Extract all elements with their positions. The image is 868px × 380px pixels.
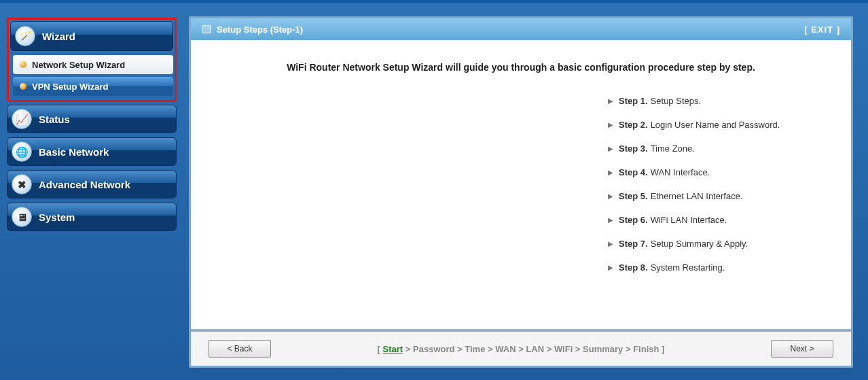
wizard-breadcrumb: [ Start > Password > Time > WAN > LAN > … bbox=[378, 344, 665, 354]
step-row: ▶Step 6.WiFi LAN Interface. bbox=[191, 208, 851, 232]
step-text: Setup Steps. bbox=[651, 96, 701, 106]
panel-title: Setup Steps (Step-1) bbox=[217, 24, 303, 35]
sidebar-item-label: Wizard bbox=[42, 31, 75, 42]
bc-item[interactable]: Finish bbox=[633, 344, 659, 354]
bc-current[interactable]: Start bbox=[383, 344, 403, 354]
step-text: WiFi LAN Interface. bbox=[651, 215, 727, 225]
document-icon bbox=[202, 25, 211, 33]
sidebar-item-system[interactable]: 🖥 System bbox=[7, 203, 177, 231]
status-icon: 📈 bbox=[12, 109, 32, 129]
sidebar-item-label: Basic Network bbox=[39, 146, 109, 158]
sidebar-subitem-label: Network Setup Wizard bbox=[32, 60, 125, 70]
bc-item[interactable]: WAN bbox=[495, 344, 516, 354]
step-text: WAN Interface. bbox=[651, 167, 710, 177]
step-row: ▶Step 4.WAN Interface. bbox=[191, 160, 851, 184]
bc-item[interactable]: LAN bbox=[526, 344, 544, 354]
step-label: Step 4. bbox=[619, 167, 648, 177]
step-label: Step 2. bbox=[619, 120, 648, 130]
next-button[interactable]: Next > bbox=[771, 340, 833, 358]
step-row: ▶Step 8.System Restarting. bbox=[191, 256, 851, 279]
bc-sep: > bbox=[485, 344, 495, 354]
main-panel: Setup Steps (Step-1) [ EXIT ] WiFi Route… bbox=[189, 16, 853, 368]
step-text: System Restarting. bbox=[651, 262, 725, 273]
bc-sep: > bbox=[544, 344, 554, 354]
sidebar-item-advanced-network[interactable]: ✖ Advanced Network bbox=[7, 170, 177, 198]
footer-bar: < Back [ Start > Password > Time > WAN >… bbox=[191, 332, 851, 366]
wizard-icon: 🪄 bbox=[15, 26, 35, 46]
step-row: ▶Step 5.Ethernet LAN Interface. bbox=[191, 184, 851, 208]
bc-sep: > bbox=[403, 344, 413, 354]
step-row: ▶Step 1.Setup Steps. bbox=[191, 89, 851, 113]
highlight-box: 🪄 Wizard Network Setup Wizard VPN Setup … bbox=[7, 18, 177, 102]
steps-list: ▶Step 1.Setup Steps. ▶Step 2.Login User … bbox=[191, 89, 851, 293]
sidebar-item-wizard[interactable]: 🪄 Wizard bbox=[10, 21, 173, 51]
bc-item[interactable]: Password bbox=[413, 344, 454, 354]
step-text: Time Zone. bbox=[651, 143, 695, 154]
step-row: ▶Step 3.Time Zone. bbox=[191, 137, 851, 160]
sidebar-item-status[interactable]: 📈 Status bbox=[7, 105, 177, 133]
step-text: Login User Name and Password. bbox=[651, 120, 780, 130]
sidebar-item-label: Status bbox=[39, 114, 70, 125]
sidebar-subitem-label: VPN Setup Wizard bbox=[32, 82, 109, 92]
bc-sep: > bbox=[454, 344, 465, 354]
step-row: ▶Step 2.Login User Name and Password. bbox=[191, 113, 851, 137]
step-text: Ethernet LAN Interface. bbox=[651, 191, 743, 201]
bc-item[interactable]: Time bbox=[465, 344, 485, 354]
sidebar-item-label: Advanced Network bbox=[39, 179, 130, 190]
bc-item[interactable]: WiFi bbox=[554, 344, 573, 354]
panel-header: Setup Steps (Step-1) [ EXIT ] bbox=[191, 18, 851, 40]
bc-sep: > bbox=[623, 344, 633, 354]
bullet-icon bbox=[20, 61, 26, 68]
bc-open: [ bbox=[378, 344, 383, 354]
bc-close: ] bbox=[659, 344, 664, 354]
intro-text: WiFi Router Network Setup Wizard will gu… bbox=[191, 40, 851, 89]
back-button[interactable]: < Back bbox=[209, 340, 271, 358]
step-label: Step 5. bbox=[619, 191, 648, 201]
step-text: Setup Summary & Apply. bbox=[651, 239, 748, 249]
system-icon: 🖥 bbox=[12, 207, 32, 227]
bc-sep: > bbox=[573, 344, 583, 354]
step-label: Step 6. bbox=[619, 215, 648, 225]
content-area: WiFi Router Network Setup Wizard will gu… bbox=[191, 40, 851, 332]
step-row: ▶Step 7.Setup Summary & Apply. bbox=[191, 232, 851, 256]
sidebar-subitem-vpn-wizard[interactable]: VPN Setup Wizard bbox=[13, 77, 173, 96]
sidebar-item-basic-network[interactable]: 🌐 Basic Network bbox=[7, 137, 177, 166]
step-label: Step 3. bbox=[619, 143, 648, 154]
step-label: Step 7. bbox=[619, 239, 648, 249]
bc-item[interactable]: Summary bbox=[583, 344, 623, 354]
exit-button[interactable]: [ EXIT ] bbox=[804, 24, 840, 35]
step-label: Step 8. bbox=[619, 262, 648, 273]
sidebar: 🪄 Wizard Network Setup Wizard VPN Setup … bbox=[0, 3, 183, 380]
sidebar-subitem-network-wizard[interactable]: Network Setup Wizard bbox=[13, 55, 173, 74]
tools-icon: ✖ bbox=[12, 174, 32, 194]
globe-icon: 🌐 bbox=[12, 141, 32, 162]
bullet-icon bbox=[20, 83, 26, 90]
sidebar-item-label: System bbox=[39, 211, 75, 223]
step-label: Step 1. bbox=[619, 96, 648, 106]
bc-sep: > bbox=[516, 344, 526, 354]
